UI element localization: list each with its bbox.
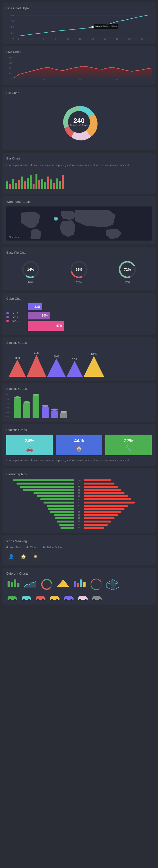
demo-bar-left-3 [6,489,74,491]
diff-car-0 [6,593,18,601]
stellar-label: Stellar Active [46,546,62,549]
candle-20 [62,175,64,189]
candle-2 [9,184,11,189]
cube-bar-2: 57% [28,321,152,331]
svg-point-41 [55,218,57,220]
svg-text:8: 8 [55,38,56,40]
candle-5 [18,180,20,189]
svg-text:25: 25 [11,32,13,34]
icons-meaning-title: Icons Meaning [6,539,152,543]
candle-11 [36,174,37,189]
svg-point-95 [99,599,101,601]
icons-legend-row: York Trust Tricom Stellar Active [6,546,152,549]
svg-rect-61 [80,580,82,587]
svg-text:6: 6 [43,38,44,40]
svg-point-86 [56,599,58,601]
svg-text:75: 75 [11,20,13,22]
svg-rect-52 [11,582,13,587]
demo-bar-left-10 [6,511,74,513]
car-icon-5 [77,593,89,601]
pie-chart-area: 240 Download Sales [6,98,152,146]
cylinder-2 [33,394,39,418]
line-chart-title: Line Chart Style [6,6,152,10]
easy-pie-label-1: 26% [76,281,82,284]
pie-wrapper: 240 Download Sales [60,102,98,142]
demo-bar-right-2 [84,486,152,488]
easy-pie-svg-0: 14% [21,260,40,279]
demo-bar-right-9 [84,508,152,510]
stat-box-0: 24% 🚗 [6,435,53,455]
svg-text:22: 22 [141,38,143,40]
live-chart-container: 80s 60s 40s 20s 0 20 40 60 [6,57,152,81]
cylinder-4 [51,408,58,418]
cylinder-0 [14,396,21,418]
svg-text:50: 50 [11,26,13,28]
stat-box-icon-2: 🔧 [125,445,132,452]
svg-point-80 [28,599,30,601]
stat-box-icon-0: 🚗 [26,445,33,452]
candle-3 [12,179,14,189]
svg-text:16: 16 [104,38,106,40]
y-axis-labels: 50 40 30 20 10 0 [6,394,9,418]
statistic-triangles-title: Statistic Graps [6,341,152,344]
cube-legend-row-2: Step 3 [6,319,23,322]
cylinder-area [12,394,70,418]
diff-chart-5 [89,578,104,590]
bar-chart-description: Lorem ipsum dolor sit amet, consectetur … [6,163,152,167]
pie-center-number: 240 [70,117,88,124]
different-charts-section: Different Charts [2,568,156,604]
stat-box-1: 44% 🏠 [56,435,102,455]
cylinder-1 [23,401,30,418]
svg-text:40: 40 [79,79,81,81]
line-chart-svg: 100 75 50 25 0 2 4 6 8 10 12 14 16 18 20… [6,13,152,40]
svg-point-77 [14,599,16,601]
easy-pie-item-1: 26% 26% [69,260,89,284]
cylinder-5 [60,411,67,418]
svg-point-83 [42,599,44,601]
svg-text:60s: 60s [9,62,13,64]
demo-bar-left-12 [6,517,74,519]
bar-chart-title: Bar Chart [6,157,152,160]
mini-chart-4 [72,578,87,588]
cube-chart-section: Cube Chart Step 1 Step 2 Step 3 23% 30% [2,293,156,335]
stat-box-2: 72% 🔧 [105,435,152,455]
svg-text:2: 2 [18,38,19,40]
cube-legend-row-0: Step 1 [6,312,23,315]
demo-bar-right-10 [84,511,152,513]
different-charts-title: Different Charts [6,572,152,575]
svg-point-91 [79,599,81,601]
candle-17 [53,183,55,189]
icons-legend-2: Stellar Active [43,546,62,549]
cube-section-inner: Step 1 Step 2 Step 3 23% 30% 57% [6,303,152,331]
demo-center-labels: 75+ 70 65 60 55 50 45 40 35 30 25 20 15 … [75,479,83,529]
car-icon-2 [35,593,47,601]
pie-center-label: Download Sales [70,124,88,127]
demo-bar-left-8 [6,504,74,507]
line-chart-container: 100 75 50 25 0 2 4 6 8 10 12 14 16 18 20… [6,13,152,40]
svg-text:20: 20 [128,38,131,40]
svg-text:12: 12 [79,38,81,40]
diff-car-5 [77,593,89,601]
york-trust-dot [6,546,8,548]
svg-rect-59 [74,581,76,587]
car-icon-0 [6,593,18,601]
cube-bar-1: 30% [28,312,152,319]
line-chart-section: Line Chart Style 100 75 50 25 0 2 4 6 8 … [2,2,156,43]
icon-circle-1: 🏠 [18,552,28,561]
demo-left-bars [6,479,74,529]
mini-chart-2 [39,578,54,590]
svg-text:72%: 72% [124,268,131,272]
demo-bar-right-7 [84,501,152,503]
triangle-item-0: 45% [9,356,26,377]
demo-bar-left-15 [6,527,74,529]
triangle-item-4: 64% [84,352,104,377]
statistic-triangles-section: Statistic Graps 45% 71% 50% 42% 64% [2,337,156,380]
easy-pie-row: 14% 14% 26% 26% 72% 72% [6,257,152,286]
stellar-dot [43,546,45,548]
svg-text:10: 10 [67,38,69,40]
mini-chart-5 [89,578,104,590]
candle-15 [47,177,49,189]
easy-pie-svg-2: 72% [118,260,137,279]
diff-car-3 [49,593,61,601]
svg-text:20: 20 [42,79,44,81]
